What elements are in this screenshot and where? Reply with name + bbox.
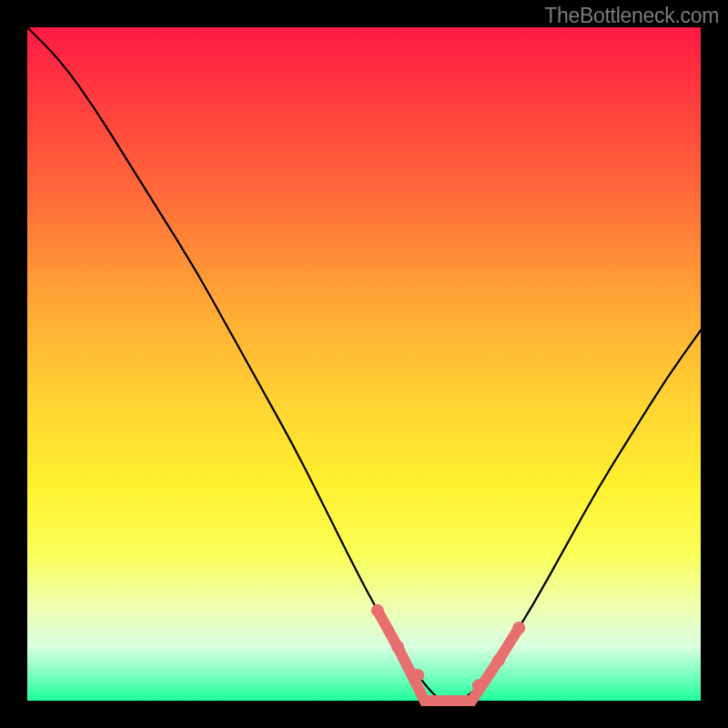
dot	[472, 679, 485, 692]
dot	[411, 669, 424, 682]
dot	[512, 622, 525, 634]
dot	[391, 641, 404, 653]
curve-layer	[27, 27, 701, 701]
plot-area	[27, 27, 701, 701]
primary-curve	[27, 27, 701, 701]
chart-frame: TheBottleneck.com	[0, 0, 728, 728]
watermark-text: TheBottleneck.com	[544, 4, 719, 28]
dot	[492, 654, 505, 667]
dot	[371, 604, 384, 617]
